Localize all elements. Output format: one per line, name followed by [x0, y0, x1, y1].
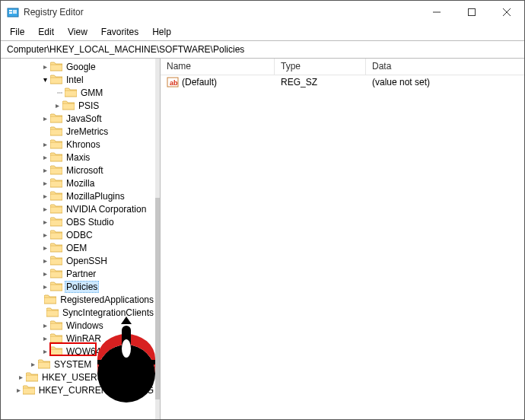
expand-icon[interactable]: ▸ [40, 334, 49, 342]
column-data[interactable]: Data [366, 59, 524, 75]
expand-icon[interactable]: ▸ [40, 269, 49, 278]
tree-node[interactable]: •┄GMM [4, 86, 155, 99]
expand-icon[interactable]: ▸ [40, 166, 49, 174]
tree-node[interactable]: ▸Microsoft [4, 164, 155, 177]
menu-file[interactable]: File [4, 25, 30, 39]
tree-node[interactable]: ▸Khronos [4, 138, 155, 151]
folder-icon [50, 217, 62, 227]
expand-icon[interactable]: ▸ [40, 347, 49, 355]
expand-icon[interactable]: ▸ [40, 140, 49, 148]
tree-node[interactable]: ▸Partner [4, 267, 155, 280]
tree-node-label: MozillaPlugins [65, 191, 126, 202]
folder-icon [50, 243, 62, 253]
menu-help[interactable]: Help [146, 25, 177, 39]
expand-icon[interactable]: ▸ [40, 114, 49, 123]
registry-editor-window: Registry Editor FileEditViewFavoritesHel… [0, 0, 525, 420]
tree-node[interactable]: ▸OpenSSH [4, 254, 155, 267]
svg-rect-2 [9, 12, 12, 14]
menu-edit[interactable]: Edit [32, 25, 60, 39]
expand-icon[interactable]: ▸ [40, 62, 49, 71]
tree-node-label: SyncIntegrationClients [61, 307, 155, 318]
maximize-button[interactable] [454, 1, 489, 24]
expand-icon[interactable]: ▸ [40, 218, 49, 226]
tree-scrollbar[interactable] [155, 59, 160, 419]
tree-node-label: RegisteredApplications [59, 294, 155, 305]
svg-text:ab: ab [170, 79, 178, 87]
tree-node[interactable]: •RegisteredApplications [4, 293, 155, 306]
tree-node[interactable]: ▸MozillaPlugins [4, 189, 155, 202]
value-row[interactable]: ab(Default)REG_SZ(value not set) [161, 75, 524, 89]
minimize-button[interactable] [419, 1, 454, 24]
expand-icon[interactable]: ▸ [40, 256, 49, 265]
tree-node-label: Intel [65, 75, 85, 85]
folder-icon [50, 320, 62, 330]
folder-icon [50, 269, 62, 278]
tree-node[interactable]: ▸WinRAR [4, 332, 155, 345]
tree-node-label: OBS Studio [65, 217, 116, 228]
tree-node[interactable]: •SyncIntegrationClients [4, 306, 155, 319]
tree-scroll-thumb[interactable] [155, 198, 160, 399]
title-bar[interactable]: Registry Editor [1, 1, 524, 24]
tree-node[interactable]: ▸WOW6432Node [4, 345, 155, 358]
tree-node[interactable]: ▸NVIDIA Corporation [4, 202, 155, 215]
tree-node-label: Maxis [65, 152, 91, 163]
expand-icon[interactable]: ▸ [40, 231, 49, 239]
expand-icon[interactable]: ▸ [16, 386, 22, 394]
tree-node[interactable]: ▸SYSTEM [4, 358, 155, 371]
tree-node[interactable]: ▾Intel [4, 73, 155, 86]
expand-icon[interactable]: ▸ [40, 282, 49, 291]
expand-icon[interactable]: ▸ [16, 373, 25, 381]
tree-node[interactable]: ▸Mozilla [4, 177, 155, 189]
tree-node[interactable]: ▸Google [4, 60, 155, 73]
folder-icon [44, 294, 56, 304]
svg-rect-5 [469, 9, 476, 16]
address-bar[interactable] [1, 40, 524, 59]
expand-icon[interactable]: ▸ [40, 205, 49, 213]
value-data: (value not set) [366, 77, 524, 88]
tree-node[interactable]: ▸OBS Studio [4, 215, 155, 228]
folder-icon [26, 372, 38, 382]
expand-icon[interactable]: ▸ [40, 321, 49, 329]
expand-icon[interactable]: ▸ [28, 360, 37, 368]
tree-node[interactable]: ▸ODBC [4, 228, 155, 241]
folder-icon [50, 346, 62, 356]
menu-view[interactable]: View [62, 25, 94, 39]
tree-node[interactable]: ▸Policies [4, 280, 155, 293]
tree-node[interactable]: ▸Maxis [4, 151, 155, 164]
folder-icon [50, 282, 62, 291]
tree-node[interactable]: ▸JavaSoft [4, 112, 155, 125]
tree-node[interactable]: ▸PSIS [4, 99, 155, 112]
folder-icon [62, 100, 75, 110]
tree-node[interactable]: •JreMetrics [4, 125, 155, 138]
expand-icon[interactable]: ▸ [52, 101, 62, 110]
svg-rect-3 [13, 10, 17, 14]
values-pane[interactable]: Name Type Data ab(Default)REG_SZ(value n… [161, 59, 524, 419]
value-name: (Default) [182, 77, 217, 88]
expand-icon[interactable]: ▸ [40, 179, 49, 187]
tree-node[interactable]: ▸Windows [4, 319, 155, 332]
column-name[interactable]: Name [161, 59, 275, 75]
menu-bar: FileEditViewFavoritesHelp [1, 24, 524, 40]
tree-node[interactable]: ▸HKEY_USERS [4, 371, 155, 383]
tree-node-label: Khronos [65, 139, 102, 150]
menu-favorites[interactable]: Favorites [95, 25, 145, 39]
address-input[interactable] [5, 43, 520, 56]
tree-node-label: Windows [65, 320, 105, 331]
folder-icon [50, 191, 62, 201]
tree-node[interactable]: ▸HKEY_CURRENT_CONFIG [4, 383, 155, 396]
expand-icon[interactable]: ▸ [40, 153, 49, 161]
folder-icon [23, 385, 35, 395]
tree-node-label: HKEY_CURRENT_CONFIG [37, 385, 155, 396]
svg-rect-1 [9, 10, 12, 11]
values-header[interactable]: Name Type Data [161, 59, 524, 75]
close-button[interactable] [489, 1, 524, 24]
tree-node-label: OEM [65, 243, 88, 253]
content-area: ▸Google▾Intel•┄GMM▸PSIS▸JavaSoft•JreMetr… [1, 59, 524, 419]
expand-icon[interactable]: ▸ [40, 192, 49, 200]
expand-icon[interactable]: ▸ [40, 243, 49, 252]
column-type[interactable]: Type [275, 59, 366, 75]
tree-node-label: Policies [65, 281, 99, 293]
tree-node[interactable]: ▸OEM [4, 241, 155, 254]
tree-pane[interactable]: ▸Google▾Intel•┄GMM▸PSIS▸JavaSoft•JreMetr… [1, 59, 161, 419]
collapse-icon[interactable]: ▾ [40, 75, 49, 84]
